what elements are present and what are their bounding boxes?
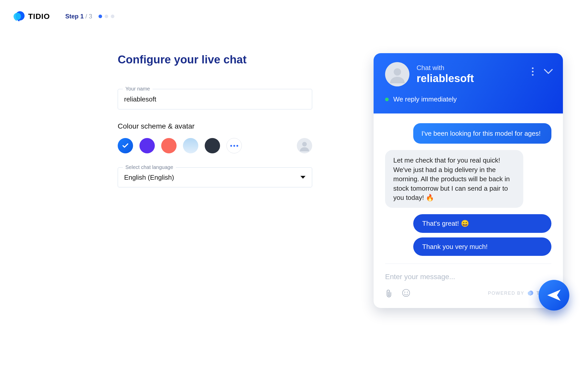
message-out-2: That's great! 😄 bbox=[413, 214, 551, 233]
page-title: Configure your live chat bbox=[118, 53, 312, 66]
svg-point-0 bbox=[302, 142, 307, 146]
svg-point-7 bbox=[407, 292, 408, 293]
logo-icon bbox=[527, 290, 533, 296]
header-name: reliablesoft bbox=[417, 72, 474, 85]
lang-label: Select chat language bbox=[123, 164, 176, 170]
header-avatar bbox=[385, 62, 409, 86]
svg-point-1 bbox=[394, 68, 401, 76]
color-option-2[interactable] bbox=[139, 138, 155, 153]
name-input[interactable] bbox=[118, 89, 312, 109]
color-option-3[interactable] bbox=[161, 138, 177, 153]
message-in-1: Let me check that for you real quick! We… bbox=[385, 150, 523, 208]
message-out-3: Thank you very much! bbox=[413, 237, 551, 256]
header-chat-with: Chat with bbox=[417, 64, 474, 72]
color-option-5[interactable] bbox=[205, 138, 220, 153]
chevron-down-icon[interactable] bbox=[544, 69, 553, 74]
more-icon bbox=[230, 145, 238, 147]
language-select[interactable]: English (English) bbox=[118, 167, 312, 187]
step-dot-3 bbox=[111, 15, 114, 18]
svg-point-3 bbox=[532, 71, 534, 73]
step-indicator: Step 1 / 3 bbox=[65, 13, 114, 20]
brand-text: TIDIO bbox=[28, 12, 50, 21]
emoji-icon[interactable] bbox=[402, 289, 410, 297]
avatar-icon bbox=[299, 140, 310, 151]
color-section-label: Colour scheme & avatar bbox=[118, 122, 312, 130]
color-option-4[interactable] bbox=[183, 138, 198, 153]
message-input[interactable]: Enter your message... bbox=[374, 264, 563, 286]
step-dot-2 bbox=[105, 15, 108, 18]
reply-text: We reply immediately bbox=[393, 95, 457, 103]
svg-point-4 bbox=[532, 74, 534, 76]
color-option-more[interactable] bbox=[226, 138, 242, 153]
step-total: / 3 bbox=[84, 13, 92, 20]
svg-point-2 bbox=[532, 67, 534, 69]
check-icon bbox=[122, 142, 129, 149]
message-out-1: I've been looking for this model for age… bbox=[413, 123, 551, 144]
color-option-1[interactable] bbox=[118, 138, 133, 153]
brand-logo: TIDIO bbox=[13, 10, 50, 22]
avatar-picker[interactable] bbox=[297, 138, 312, 153]
avatar-icon bbox=[388, 65, 406, 83]
svg-point-6 bbox=[404, 292, 405, 293]
attachment-icon[interactable] bbox=[385, 289, 393, 298]
name-field-label: Your name bbox=[123, 86, 153, 92]
logo-icon bbox=[13, 10, 25, 22]
kebab-menu-icon[interactable] bbox=[532, 67, 534, 76]
send-button[interactable] bbox=[539, 280, 569, 311]
online-indicator-icon bbox=[385, 98, 389, 101]
svg-point-5 bbox=[402, 289, 410, 296]
step-current: Step 1 bbox=[65, 13, 84, 20]
chevron-down-icon bbox=[300, 176, 306, 179]
step-dot-1 bbox=[99, 15, 102, 18]
language-value: English (English) bbox=[124, 174, 174, 181]
chat-preview: Chat with reliablesoft bbox=[374, 53, 563, 308]
send-icon bbox=[547, 289, 561, 301]
